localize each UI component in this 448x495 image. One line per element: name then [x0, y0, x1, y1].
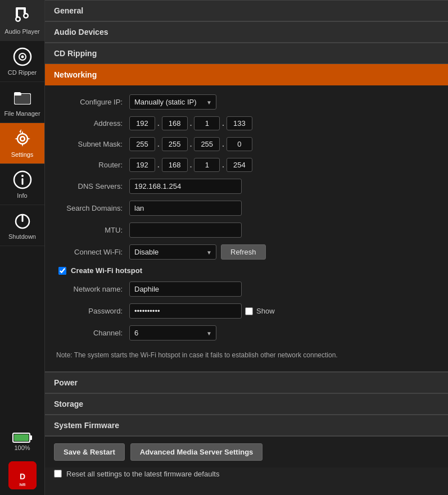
network-name-row: Network name:	[56, 281, 437, 297]
svg-rect-26	[14, 434, 29, 441]
channel-select[interactable]: 6 12345 7891011	[129, 325, 216, 340]
hotspot-checkbox[interactable]	[58, 267, 66, 275]
router-label: Router:	[56, 161, 129, 169]
main-content: General Audio Devices CD Ripping Network…	[45, 0, 448, 495]
address-octet-1[interactable]	[129, 116, 155, 130]
svg-rect-13	[14, 93, 21, 96]
network-name-input[interactable]	[129, 281, 242, 297]
sidebar-bottom: 100% D hifi	[0, 424, 44, 495]
sdot-1: .	[156, 140, 161, 148]
sidebar-label-audio-player: Audio Player	[4, 28, 39, 35]
subnet-label: Subnet Mask:	[56, 140, 129, 148]
wifi-row: Connect Wi-Fi: Disable Enable Refresh	[56, 244, 437, 260]
svg-point-5	[16, 18, 19, 21]
configure-ip-label: Configure IP:	[56, 98, 129, 106]
wifi-label: Connect Wi-Fi:	[56, 248, 129, 256]
section-networking[interactable]: Networking	[45, 64, 448, 85]
address-row: Address: . . .	[56, 116, 437, 130]
reset-row: Reset all settings to the latest firmwar…	[45, 467, 448, 485]
router-octet-4[interactable]	[227, 158, 252, 172]
subnet-octet-3[interactable]	[194, 137, 220, 151]
mtu-label: MTU:	[56, 226, 129, 234]
search-row: Search Domains:	[56, 201, 437, 216]
router-fields: . . .	[129, 158, 252, 172]
svg-point-9	[21, 56, 24, 58]
dns-label: DNS Servers:	[56, 182, 129, 190]
battery-percent: 100%	[14, 444, 30, 451]
sidebar-item-cd-ripper[interactable]: CD Ripper	[0, 41, 44, 82]
channel-label: Channel:	[56, 329, 129, 337]
sidebar-label-settings: Settings	[11, 151, 34, 158]
sidebar-item-file-manager[interactable]: File Manager	[0, 82, 44, 123]
sidebar-label-file-manager: File Manager	[4, 110, 40, 117]
configure-ip-select-wrapper: Manually (static IP) Automatically (DHCP…	[129, 94, 216, 110]
sidebar-label-cd-ripper: CD Ripper	[8, 69, 37, 76]
address-octet-3[interactable]	[194, 116, 220, 130]
wifi-select[interactable]: Disable Enable	[129, 244, 216, 260]
section-storage[interactable]: Storage	[45, 393, 448, 415]
performance-icon	[12, 429, 33, 444]
reset-checkbox[interactable]	[54, 470, 62, 478]
configure-ip-select[interactable]: Manually (static IP) Automatically (DHCP…	[129, 94, 216, 110]
rdot-3: .	[221, 161, 225, 169]
svg-rect-20	[21, 178, 23, 185]
footer-bar: Save & Restart Advanced Media Server Set…	[45, 436, 448, 467]
dot-3: .	[221, 119, 225, 128]
reset-label: Reset all settings to the latest firmwar…	[66, 470, 219, 478]
subnet-octet-2[interactable]	[162, 137, 188, 151]
section-general[interactable]: General	[45, 0, 448, 21]
sidebar-item-audio-player[interactable]: Audio Player	[0, 0, 44, 41]
address-octet-4[interactable]	[227, 116, 252, 130]
folder-icon	[12, 88, 33, 108]
section-power[interactable]: Power	[45, 372, 448, 393]
subnet-fields: . . .	[129, 137, 252, 151]
dns-input[interactable]	[129, 179, 242, 194]
svg-point-6	[24, 15, 27, 17]
router-octet-3[interactable]	[194, 158, 220, 172]
advanced-media-server-button[interactable]: Advanced Media Server Settings	[130, 443, 263, 461]
router-octet-1[interactable]	[129, 158, 155, 172]
mtu-input[interactable]	[129, 222, 242, 238]
search-input[interactable]	[129, 201, 242, 216]
subnet-octet-1[interactable]	[129, 137, 155, 151]
dot-1: .	[156, 119, 161, 128]
sidebar-label-info: Info	[17, 192, 27, 199]
show-label: Show	[256, 307, 275, 315]
svg-point-21	[21, 175, 24, 177]
svg-rect-25	[30, 435, 32, 440]
password-input[interactable]	[129, 303, 242, 319]
battery-widget[interactable]: 100%	[0, 424, 44, 456]
section-system-firmware[interactable]: System Firmware	[45, 415, 448, 436]
dns-row: DNS Servers:	[56, 179, 437, 194]
sidebar-item-info[interactable]: Info	[0, 164, 44, 205]
sdot-3: .	[221, 140, 225, 148]
svg-rect-23	[21, 214, 23, 222]
networking-content: Configure IP: Manually (static IP) Autom…	[45, 85, 448, 372]
svg-point-18	[21, 138, 24, 140]
channel-row: Channel: 6 12345 7891011	[56, 325, 437, 340]
section-cd-ripping[interactable]: CD Ripping	[45, 43, 448, 64]
configure-ip-row: Configure IP: Manually (static IP) Autom…	[56, 94, 437, 110]
svg-text:D: D	[19, 472, 25, 481]
password-label: Password:	[56, 307, 129, 315]
hotspot-label: Create Wi-Fi hotspot	[71, 266, 142, 275]
sidebar-item-settings[interactable]: Settings	[0, 123, 44, 164]
save-restart-button[interactable]: Save & Restart	[54, 443, 125, 461]
svg-text:hifi: hifi	[19, 483, 25, 487]
wifi-select-wrapper: Disable Enable	[129, 244, 216, 260]
password-row: Password: Show	[56, 303, 437, 319]
show-password-checkbox[interactable]	[245, 307, 253, 315]
refresh-button[interactable]: Refresh	[221, 244, 266, 260]
cd-icon	[12, 47, 33, 67]
hotspot-note: Note: The system starts the Wi-Fi hotspo…	[56, 347, 437, 362]
mtu-row: MTU:	[56, 222, 437, 238]
router-octet-2[interactable]	[162, 158, 188, 172]
daphile-logo: D hifi	[8, 461, 37, 489]
password-show-row: Show	[129, 303, 275, 319]
sidebar-label-shutdown: Shutdown	[8, 233, 36, 240]
address-octet-2[interactable]	[162, 116, 188, 130]
section-audio-devices[interactable]: Audio Devices	[45, 21, 448, 43]
subnet-octet-4[interactable]	[227, 137, 252, 151]
sdot-2: .	[189, 140, 193, 148]
sidebar-item-shutdown[interactable]: Shutdown	[0, 205, 44, 246]
